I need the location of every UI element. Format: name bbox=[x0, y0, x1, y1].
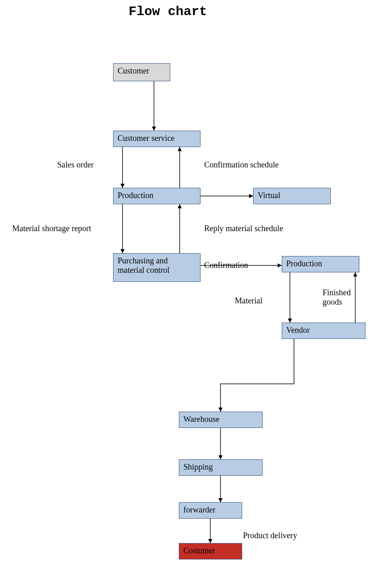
label-confirmation: Confirmation bbox=[204, 261, 248, 270]
label-finished-goods: Finished goods bbox=[323, 288, 359, 307]
node-warehouse: Warehouse bbox=[179, 412, 263, 428]
label-confirmation-schedule: Confirmation schedule bbox=[204, 160, 279, 169]
label-reply-material: Reply material schedule bbox=[204, 224, 283, 233]
node-virtual: Virtual bbox=[253, 188, 331, 204]
label-product-delivery: Product delivery bbox=[243, 531, 297, 540]
label-sales-order: Sales order bbox=[57, 160, 94, 169]
node-purchasing: Purchasing and material control bbox=[113, 253, 200, 282]
node-customer-service: Customer service bbox=[113, 131, 200, 147]
node-production-1: Production bbox=[113, 188, 200, 204]
label-material-shortage: Material shortage report bbox=[12, 224, 91, 233]
node-shipping: Shipping bbox=[179, 459, 263, 476]
diagram-title: Flow chart bbox=[129, 4, 207, 19]
node-costumer: Costumer bbox=[179, 543, 242, 559]
node-vendor: Vendor bbox=[282, 323, 365, 339]
node-production-2: Production bbox=[282, 256, 359, 272]
label-material: Material bbox=[235, 296, 263, 305]
node-customer: Customer bbox=[113, 63, 170, 81]
node-forwarder: forwarder bbox=[179, 502, 242, 519]
